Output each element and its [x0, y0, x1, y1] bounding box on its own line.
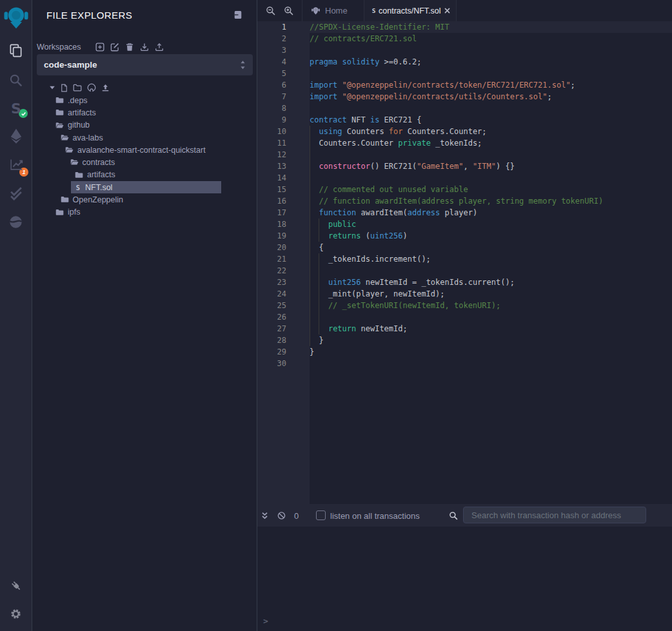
code-line: [310, 358, 672, 369]
folder-closed-icon: [55, 97, 64, 104]
code-line: // contracts/ERC721.sol: [310, 33, 672, 44]
code-token-keyword: pragma: [310, 57, 337, 66]
code-token-default: newItemId = _tokenIds.current();: [361, 278, 514, 287]
svg-text:S: S: [372, 7, 376, 14]
code-token-default: {: [310, 243, 324, 252]
solidity-file-icon: S: [75, 184, 81, 191]
editor-code-area[interactable]: //SPDX-License-Identifier: MIT// contrac…: [310, 21, 672, 504]
file-explorer-icon[interactable]: [0, 35, 32, 65]
code-token-control: for: [389, 127, 403, 136]
line-number: 9: [257, 114, 310, 126]
rename-workspace-icon[interactable]: [110, 43, 119, 52]
unit-testing-icon[interactable]: [0, 178, 32, 208]
code-line: [310, 172, 672, 184]
code-token-default: }: [310, 336, 324, 345]
line-number: 21: [257, 253, 310, 265]
code-token-default: () ERC721(: [370, 162, 417, 171]
collapse-tree-icon[interactable]: [49, 84, 55, 91]
tree-item-nft-sol[interactable]: SNFT.sol: [32, 181, 257, 193]
line-number: 2: [257, 33, 310, 44]
sourcify-icon[interactable]: [0, 207, 32, 237]
code-token-builtin: return: [328, 324, 356, 333]
code-line: {: [310, 242, 672, 253]
code-token-comment: // contracts/ERC721.sol: [310, 34, 417, 43]
code-line: [310, 265, 672, 277]
tree-item--deps[interactable]: .deps: [32, 94, 257, 106]
line-number: 3: [257, 44, 310, 56]
publish-to-gist-icon[interactable]: [87, 83, 96, 92]
tree-item-ipfs[interactable]: ipfs: [32, 206, 257, 218]
tree-item-ava-labs[interactable]: ava-labs: [32, 131, 257, 144]
solidity-analyzers-icon[interactable]: [0, 150, 32, 179]
upload-file-icon[interactable]: [101, 84, 110, 92]
code-token-comment: // function awardItem(address player, st…: [310, 197, 603, 206]
code-line: _tokenIds.increment();: [310, 253, 672, 265]
tree-item-github[interactable]: github: [32, 119, 257, 131]
code-token-default: awardItem(: [356, 208, 407, 217]
terminal-prompt: >: [263, 616, 268, 626]
tab-contracts-nft-sol[interactable]: Scontracts/NFT.sol: [364, 0, 457, 21]
code-token-default: [337, 57, 342, 66]
terminal-search-input[interactable]: [463, 507, 646, 523]
settings-icon[interactable]: [0, 599, 32, 628]
code-editor[interactable]: 1234567891011121314151617181920212223242…: [257, 21, 672, 504]
line-number: 27: [257, 323, 310, 335]
tree-item-artifacts[interactable]: artifacts: [32, 106, 257, 119]
tree-item-artifacts[interactable]: artifacts: [32, 169, 257, 181]
select-arrows-icon: [240, 60, 246, 70]
terminal-panel[interactable]: >: [257, 527, 672, 631]
search-icon[interactable]: [0, 65, 32, 95]
terminal-search-icon: [449, 511, 458, 520]
code-token-builtin: private: [398, 139, 431, 148]
tab-home[interactable]: Home: [302, 0, 364, 21]
listen-transactions-checkbox[interactable]: [316, 510, 326, 520]
code-token-default: ) {}: [496, 162, 515, 171]
scroll-to-bottom-icon[interactable]: [261, 511, 269, 519]
code-line: }: [310, 335, 672, 346]
line-number: 12: [257, 149, 310, 160]
deploy-run-icon[interactable]: [0, 121, 32, 151]
code-token-default: ): [403, 231, 408, 240]
code-token-comment: //SPDX-License-Identifier: MIT: [310, 23, 450, 32]
close-tab-icon[interactable]: [444, 8, 450, 14]
code-token-default: ;: [547, 92, 551, 101]
tree-item-label: contracts: [83, 158, 115, 167]
documentation-book-icon[interactable]: [233, 10, 242, 19]
zoom-in-icon[interactable]: [284, 6, 293, 15]
code-line: }: [310, 346, 672, 358]
workspace-select[interactable]: code-sample: [37, 54, 253, 75]
line-number: 16: [257, 195, 310, 207]
clear-console-icon[interactable]: [277, 511, 286, 519]
tree-item-avalanche-smart-contract-quickstart[interactable]: avalanche-smart-contract-quickstart: [32, 144, 257, 156]
line-number: 5: [257, 68, 310, 79]
create-workspace-icon[interactable]: [95, 43, 104, 52]
delete-workspace-icon[interactable]: [125, 43, 134, 52]
solidity-compiler-icon[interactable]: S: [0, 93, 32, 123]
line-number: 18: [257, 218, 310, 230]
code-line: [310, 102, 672, 114]
line-number: 7: [257, 91, 310, 102]
tree-item-label: .deps: [68, 96, 88, 105]
panel-title: FILE EXPLORERS: [46, 10, 132, 21]
tree-item-contracts[interactable]: contracts: [32, 156, 257, 168]
restore-workspace-icon[interactable]: [155, 43, 164, 52]
code-line: returns (uint256): [310, 230, 672, 242]
download-workspaces-icon[interactable]: [140, 43, 149, 52]
folder-closed-icon: [55, 209, 64, 216]
tree-item-label: avalanche-smart-contract-quickstart: [77, 146, 206, 155]
zoom-out-icon[interactable]: [266, 6, 275, 15]
tree-item-label: NFT.sol: [85, 183, 112, 192]
tree-item-openzeppelin[interactable]: OpenZeppelin: [32, 193, 257, 206]
code-token-keyword: uint256: [370, 231, 403, 240]
code-line: Counters.Counter private _tokenIds;: [310, 137, 672, 149]
create-folder-icon[interactable]: [73, 84, 82, 92]
code-line: [310, 149, 672, 160]
code-line: uint256 newItemId = _tokenIds.current();: [310, 277, 672, 288]
plugin-connector-icon[interactable]: [0, 570, 32, 600]
create-file-icon[interactable]: [61, 84, 68, 92]
code-token-keyword: uint256: [328, 278, 361, 287]
code-token-default: NFT: [347, 115, 370, 124]
code-token-default: Counters.Counter;: [403, 127, 487, 136]
line-number: 29: [257, 346, 310, 358]
tree-item-label: OpenZeppelin: [73, 195, 124, 204]
